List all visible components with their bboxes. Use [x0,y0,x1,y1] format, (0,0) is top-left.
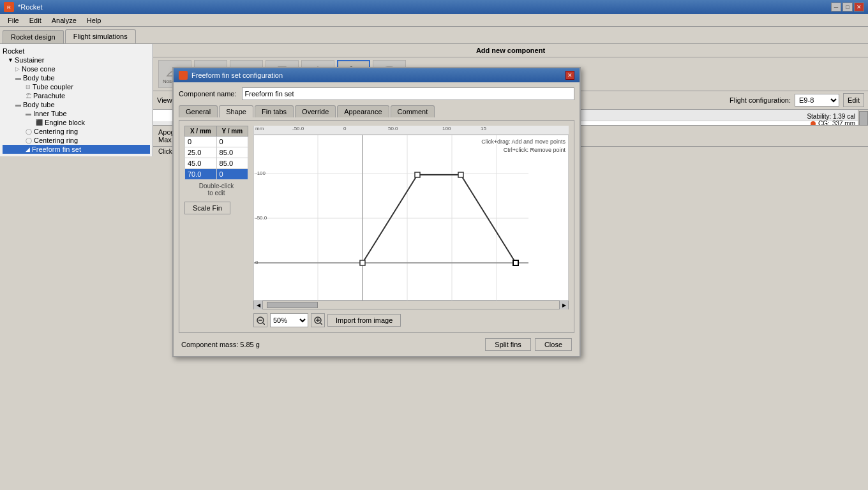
tree-sustainer[interactable]: ▼ Sustainer [3,56,150,64]
tab-flight-simulations[interactable]: Flight simulations [65,29,136,43]
edit-button[interactable]: Edit [843,93,864,107]
dialog-tab-override[interactable]: Override [295,105,336,117]
tree-engine-block-label: Engine block [45,119,85,126]
h-scrollbar-thumb[interactable] [267,302,318,308]
tree-inner-tube[interactable]: ▬ Inner Tube [3,109,150,118]
double-click-note: Double-click to edit [184,182,248,197]
fin-icon: ◢ [26,146,30,152]
dialog-tab-appearance[interactable]: Appearance [337,105,389,117]
component-mass-label: Component mass: 5.85 g [181,341,260,348]
dialog-close-button[interactable]: ✕ [565,71,574,80]
coord-x-1: 25.0 [185,147,217,158]
chart-hint-2: Ctrl+click: Remove point [481,146,565,154]
zoom-in-button[interactable] [311,313,325,327]
ruler-label-0: 0 [343,126,346,131]
tree-sustainer-label: Sustainer [15,56,44,64]
tree-engine-block[interactable]: ⬛ Engine block [3,118,150,127]
main-tabs: Rocket design Flight simulations [0,27,868,43]
tab-rocket-design[interactable]: Rocket design [3,30,64,43]
menu-help[interactable]: Help [82,15,107,26]
coord-row-0[interactable]: 0 0 [185,137,248,147]
v-ruler: 0° mm -100 -50 0 50.0 100 [153,121,172,125]
chart-h-ruler: -50.0 0 50.0 100 15 mm [253,126,569,135]
dialog-tabs: General Shape Fin tabs Override Appearan… [179,105,574,117]
flight-config-select[interactable]: E9-8 [795,94,839,107]
window-controls: ─ □ ✕ [831,3,864,11]
coord-row-1[interactable]: 25.0 85.0 [185,147,248,158]
dialog-title-left: Freeform fin set configuration [179,71,283,80]
tree-parachute[interactable]: ⛱ Parachute [3,91,150,100]
tree-body-tube-1[interactable]: ▬ Body tube [3,73,150,82]
bodytube1-icon: ▬ [15,75,21,81]
menu-analyze[interactable]: Analyze [47,15,82,26]
zoom-out-button[interactable] [253,313,267,327]
maximize-button[interactable]: □ [842,3,853,11]
h-scroll-right[interactable]: ▶ [559,301,568,309]
flight-config-label: Flight configuration: [730,96,791,104]
h-scroll-left[interactable]: ◀ [254,301,263,309]
add-component-bar: Add new component [153,44,868,57]
svg-rect-44 [360,260,365,265]
dialog-body: Component name: General Shape Fin tabs O… [174,82,580,356]
col-header-x: X / mm [185,126,217,137]
coord-row-3[interactable]: 70.0 0 [185,169,248,180]
import-from-image-button[interactable]: Import from image [327,314,401,327]
menu-edit[interactable]: Edit [24,15,47,26]
zoom-out-icon [256,316,265,325]
tree-body-tube-2[interactable]: ▬ Body tube [3,100,150,109]
coord-y-1: 85.0 [216,147,248,158]
stability-value: 1.39 cal [833,113,855,120]
scrollbar-thumb[interactable] [859,111,868,125]
split-fins-button[interactable]: Split fins [485,338,531,351]
dialog-title-bar: Freeform fin set configuration ✕ [174,68,580,82]
tree-tube-coupler[interactable]: ⊟ Tube coupler [3,82,150,91]
chart-h-scrollbar[interactable]: ▶ ◀ [253,301,569,309]
ring1-icon: ◯ [26,128,32,135]
innertube-icon: ▬ [26,110,31,117]
minimize-button[interactable]: ─ [831,3,841,11]
svg-text:-50.0: -50.0 [255,215,267,221]
ruler-label-m50: -50.0 [292,126,304,131]
col-header-y: Y / mm [216,126,248,137]
scale-fin-button[interactable]: Scale Fin [184,202,230,214]
v-ruler-svg: 0° mm -100 -50 0 50.0 100 [153,121,172,125]
ruler-label-15: 15 [481,126,486,131]
close-window-button[interactable]: ✕ [854,3,864,11]
v-scrollbar[interactable] [858,110,868,125]
dialog-title-icon [179,71,188,80]
svg-rect-46 [458,172,463,177]
title-bar: R *Rocket ─ □ ✕ [0,0,868,14]
dialog-tab-shape[interactable]: Shape [219,105,253,117]
coord-table-area: X / mm Y / mm 0 0 25.0 85.0 [184,126,248,327]
bodytube2-icon: ▬ [15,101,21,108]
cg-label: CG: [818,120,830,125]
zoom-row: 25% 50% 75% 100% Import from image [253,313,569,327]
coord-y-3: 0 [216,169,248,180]
tree-nose-cone[interactable]: ▷ Nose cone [3,64,150,73]
tree-root[interactable]: Rocket [3,47,150,56]
component-name-label: Component name: [179,90,237,98]
dialog-tab-general[interactable]: General [179,105,218,117]
menu-file[interactable]: File [3,15,24,26]
component-name-row: Component name: [179,87,574,100]
coord-row-2[interactable]: 45.0 85.0 [185,158,248,169]
tree-freeform-fin-set[interactable]: ◢ Freeform fin set [3,145,150,154]
tree-tube-coupler-label: Tube coupler [33,83,73,91]
dialog-tab-comment[interactable]: Comment [391,105,435,117]
zoom-select[interactable]: 25% 50% 75% 100% [270,313,308,327]
tree-body-tube-1-label: Body tube [23,74,55,82]
tree-nose-cone-label: Nose cone [22,65,56,73]
expand-sustainer-icon[interactable]: ▼ [8,57,13,63]
component-name-input[interactable] [242,87,575,100]
dialog-title-text: Freeform fin set configuration [191,71,283,79]
svg-line-58 [320,323,322,325]
tree-centering-ring-1[interactable]: ◯ Centering ring [3,127,150,136]
coord-x-0: 0 [185,137,217,147]
tree-parachute-label: Parachute [33,92,65,100]
close-dialog-button[interactable]: Close [535,338,572,351]
stability-label: Stability: [807,113,831,120]
chart-area[interactable]: -100 -50.0 0 Click+drag: Add and move po… [253,135,569,301]
tree-centering-ring-2[interactable]: ◯ Centering ring [3,136,150,145]
dialog-tab-fin-tabs[interactable]: Fin tabs [255,105,294,117]
shape-layout: X / mm Y / mm 0 0 25.0 85.0 [184,126,569,327]
